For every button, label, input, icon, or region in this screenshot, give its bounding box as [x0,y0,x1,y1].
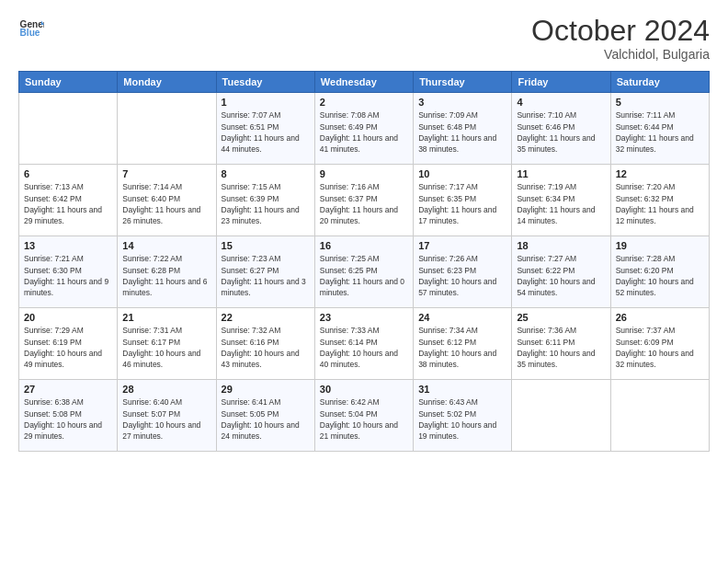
day-cell: 1Sunrise: 7:07 AM Sunset: 6:51 PM Daylig… [216,93,314,165]
svg-text:Blue: Blue [20,28,40,38]
calendar-page: General Blue October 2024 Valchidol, Bul… [0,0,728,563]
column-header-thursday: Thursday [414,72,512,93]
day-info: Sunrise: 7:19 AM Sunset: 6:34 PM Dayligh… [517,181,605,226]
day-cell: 20Sunrise: 7:29 AM Sunset: 6:19 PM Dayli… [19,308,118,380]
day-number: 31 [418,384,506,395]
day-cell: 29Sunrise: 6:41 AM Sunset: 5:05 PM Dayli… [216,380,314,452]
day-cell: 5Sunrise: 7:11 AM Sunset: 6:44 PM Daylig… [610,93,709,165]
day-number: 29 [222,384,310,395]
day-cell: 19Sunrise: 7:28 AM Sunset: 6:20 PM Dayli… [610,236,709,308]
day-cell: 10Sunrise: 7:17 AM Sunset: 6:35 PM Dayli… [414,165,512,236]
day-number: 23 [320,312,408,323]
day-info: Sunrise: 7:21 AM Sunset: 6:30 PM Dayligh… [24,253,112,298]
day-number: 13 [24,240,112,251]
day-info: Sunrise: 7:32 AM Sunset: 6:16 PM Dayligh… [222,325,310,370]
day-info: Sunrise: 7:13 AM Sunset: 6:42 PM Dayligh… [24,181,112,226]
day-number: 10 [418,168,506,179]
week-row-1: 1Sunrise: 7:07 AM Sunset: 6:51 PM Daylig… [19,93,710,165]
day-info: Sunrise: 6:38 AM Sunset: 5:08 PM Dayligh… [24,396,112,442]
day-number: 18 [517,240,605,251]
day-info: Sunrise: 7:31 AM Sunset: 6:17 PM Dayligh… [122,325,210,370]
day-info: Sunrise: 7:34 AM Sunset: 6:12 PM Dayligh… [418,325,506,370]
day-cell: 26Sunrise: 7:37 AM Sunset: 6:09 PM Dayli… [610,308,709,380]
day-info: Sunrise: 7:11 AM Sunset: 6:44 PM Dayligh… [616,109,704,155]
day-number: 20 [24,312,112,323]
day-info: Sunrise: 7:07 AM Sunset: 6:51 PM Dayligh… [222,109,310,155]
column-header-tuesday: Tuesday [216,72,314,93]
column-header-sunday: Sunday [19,72,118,93]
day-info: Sunrise: 7:15 AM Sunset: 6:39 PM Dayligh… [222,181,310,226]
day-cell: 8Sunrise: 7:15 AM Sunset: 6:39 PM Daylig… [216,165,314,236]
day-number: 21 [122,312,210,323]
column-header-wednesday: Wednesday [314,72,413,93]
day-info: Sunrise: 6:42 AM Sunset: 5:04 PM Dayligh… [320,396,408,442]
day-info: Sunrise: 7:09 AM Sunset: 6:48 PM Dayligh… [418,109,506,155]
logo: General Blue [18,15,44,40]
month-title: October 2024 [531,15,710,47]
day-info: Sunrise: 7:28 AM Sunset: 6:20 PM Dayligh… [616,253,704,298]
day-cell: 6Sunrise: 7:13 AM Sunset: 6:42 PM Daylig… [19,165,118,236]
day-info: Sunrise: 6:41 AM Sunset: 5:05 PM Dayligh… [222,396,310,442]
day-cell: 16Sunrise: 7:25 AM Sunset: 6:25 PM Dayli… [314,236,413,308]
day-number: 3 [418,97,506,108]
day-cell: 30Sunrise: 6:42 AM Sunset: 5:04 PM Dayli… [314,380,413,452]
day-number: 17 [418,240,506,251]
day-info: Sunrise: 6:43 AM Sunset: 5:02 PM Dayligh… [418,396,506,442]
day-cell: 22Sunrise: 7:32 AM Sunset: 6:16 PM Dayli… [216,308,314,380]
column-header-monday: Monday [118,72,216,93]
day-cell: 17Sunrise: 7:26 AM Sunset: 6:23 PM Dayli… [414,236,512,308]
day-number: 16 [320,240,408,251]
day-number: 9 [320,168,408,179]
day-number: 2 [320,97,408,108]
day-info: Sunrise: 7:16 AM Sunset: 6:37 PM Dayligh… [320,181,408,226]
day-info: Sunrise: 7:37 AM Sunset: 6:09 PM Dayligh… [616,325,704,370]
day-number: 6 [24,168,112,179]
week-row-5: 27Sunrise: 6:38 AM Sunset: 5:08 PM Dayli… [19,380,710,452]
day-cell: 7Sunrise: 7:14 AM Sunset: 6:40 PM Daylig… [118,165,216,236]
day-cell: 13Sunrise: 7:21 AM Sunset: 6:30 PM Dayli… [19,236,118,308]
day-cell [610,380,709,452]
day-cell [118,93,216,165]
day-cell: 9Sunrise: 7:16 AM Sunset: 6:37 PM Daylig… [314,165,413,236]
day-number: 14 [122,240,210,251]
day-cell: 28Sunrise: 6:40 AM Sunset: 5:07 PM Dayli… [118,380,216,452]
day-number: 4 [517,97,605,108]
day-number: 27 [24,384,112,395]
week-row-3: 13Sunrise: 7:21 AM Sunset: 6:30 PM Dayli… [19,236,710,308]
day-number: 22 [222,312,310,323]
day-cell: 21Sunrise: 7:31 AM Sunset: 6:17 PM Dayli… [118,308,216,380]
day-cell: 15Sunrise: 7:23 AM Sunset: 6:27 PM Dayli… [216,236,314,308]
day-info: Sunrise: 7:10 AM Sunset: 6:46 PM Dayligh… [517,109,605,155]
day-number: 24 [418,312,506,323]
day-cell [512,380,610,452]
day-number: 8 [222,168,310,179]
day-cell: 11Sunrise: 7:19 AM Sunset: 6:34 PM Dayli… [512,165,610,236]
logo-icon: General Blue [18,15,44,40]
day-info: Sunrise: 7:36 AM Sunset: 6:11 PM Dayligh… [517,325,605,370]
day-info: Sunrise: 7:26 AM Sunset: 6:23 PM Dayligh… [418,253,506,298]
day-info: Sunrise: 7:20 AM Sunset: 6:32 PM Dayligh… [616,181,704,226]
header: General Blue October 2024 Valchidol, Bul… [18,15,710,62]
day-info: Sunrise: 7:27 AM Sunset: 6:22 PM Dayligh… [517,253,605,298]
day-cell: 18Sunrise: 7:27 AM Sunset: 6:22 PM Dayli… [512,236,610,308]
day-cell: 31Sunrise: 6:43 AM Sunset: 5:02 PM Dayli… [414,380,512,452]
title-block: October 2024 Valchidol, Bulgaria [531,15,710,62]
week-row-2: 6Sunrise: 7:13 AM Sunset: 6:42 PM Daylig… [19,165,710,236]
day-cell: 23Sunrise: 7:33 AM Sunset: 6:14 PM Dayli… [314,308,413,380]
day-cell: 27Sunrise: 6:38 AM Sunset: 5:08 PM Dayli… [19,380,118,452]
day-number: 12 [616,168,704,179]
day-cell: 2Sunrise: 7:08 AM Sunset: 6:49 PM Daylig… [314,93,413,165]
day-info: Sunrise: 7:17 AM Sunset: 6:35 PM Dayligh… [418,181,506,226]
day-number: 25 [517,312,605,323]
day-number: 11 [517,168,605,179]
day-number: 5 [616,97,704,108]
day-info: Sunrise: 7:33 AM Sunset: 6:14 PM Dayligh… [320,325,408,370]
day-number: 15 [222,240,310,251]
day-number: 28 [122,384,210,395]
day-number: 1 [222,97,310,108]
column-header-saturday: Saturday [610,72,709,93]
calendar-table: SundayMondayTuesdayWednesdayThursdayFrid… [18,71,710,452]
day-info: Sunrise: 6:40 AM Sunset: 5:07 PM Dayligh… [122,396,210,442]
day-number: 19 [616,240,704,251]
day-cell: 3Sunrise: 7:09 AM Sunset: 6:48 PM Daylig… [414,93,512,165]
